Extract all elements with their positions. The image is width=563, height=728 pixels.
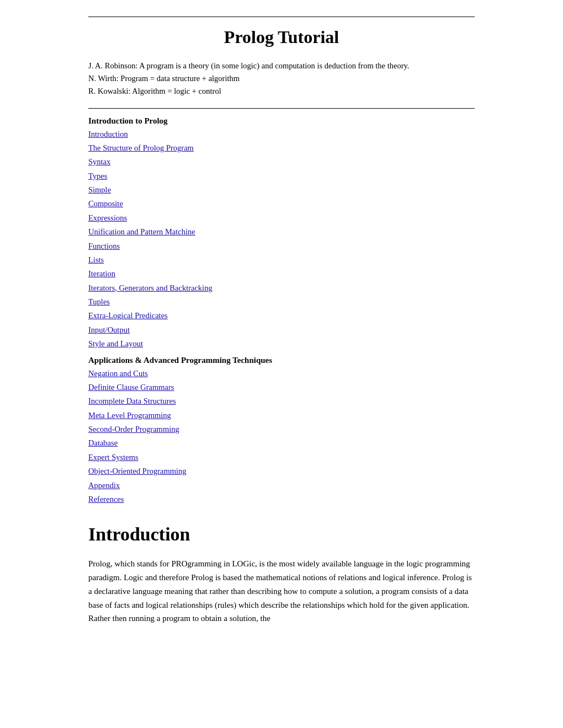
toc-link-functions[interactable]: Functions [88, 239, 475, 253]
intro-heading: Introduction [88, 524, 475, 545]
toc-link-meta[interactable]: Meta Level Programming [88, 409, 475, 422]
toc-links-section-1: Introduction The Structure of Prolog Pro… [88, 127, 475, 351]
toc-section-2: Applications & Advanced Programming Tech… [88, 356, 475, 507]
toc-section-1: Introduction to Prolog Introduction The … [88, 116, 475, 351]
toc-link-database[interactable]: Database [88, 436, 475, 450]
toc-link-references[interactable]: References [88, 493, 475, 506]
section-rule-1 [88, 108, 475, 109]
page-title: Prolog Tutorial [88, 27, 475, 47]
toc-links-section-2: Negation and Cuts Definite Clause Gramma… [88, 367, 475, 507]
quote-3: R. Kowalski: Algorithm = logic + control [88, 85, 475, 98]
page-container: Prolog Tutorial J. A. Robinson: A progra… [44, 0, 519, 659]
toc-link-dcg[interactable]: Definite Clause Grammars [88, 381, 475, 394]
toc-link-appendix[interactable]: Appendix [88, 479, 475, 493]
toc-link-iterators[interactable]: Iterators, Generators and Backtracking [88, 281, 475, 295]
toc-link-structure[interactable]: The Structure of Prolog Program [88, 141, 475, 155]
toc-section-1-header: Introduction to Prolog [88, 116, 475, 126]
toc-link-io[interactable]: Input/Output [88, 323, 475, 337]
toc-link-style[interactable]: Style and Layout [88, 337, 475, 351]
quote-block: J. A. Robinson: A program is a theory (i… [88, 60, 475, 98]
toc-link-syntax[interactable]: Syntax [88, 155, 475, 169]
toc-link-tuples[interactable]: Tuples [88, 295, 475, 309]
toc-link-unification[interactable]: Unification and Pattern Matchine [88, 225, 475, 239]
toc-link-expressions[interactable]: Expressions [88, 211, 475, 225]
toc-link-iteration[interactable]: Iteration [88, 267, 475, 281]
toc-link-simple[interactable]: Simple [88, 183, 475, 197]
toc-link-incomplete[interactable]: Incomplete Data Structures [88, 394, 475, 408]
toc-link-composite[interactable]: Composite [88, 197, 475, 211]
toc-link-oop[interactable]: Object-Oriented Programming [88, 464, 475, 478]
toc-link-expert[interactable]: Expert Systems [88, 451, 475, 464]
toc-link-types[interactable]: Types [88, 169, 475, 183]
toc-link-introduction[interactable]: Introduction [88, 127, 475, 141]
toc-link-extra-logical[interactable]: Extra-Logical Predicates [88, 309, 475, 323]
quote-1: J. A. Robinson: A program is a theory (i… [88, 60, 475, 72]
toc-link-second-order[interactable]: Second-Order Programming [88, 422, 475, 436]
top-rule [88, 17, 475, 17]
toc-link-lists[interactable]: Lists [88, 253, 475, 267]
toc-link-negation[interactable]: Negation and Cuts [88, 367, 475, 381]
intro-paragraph: Prolog, which stands for PROgramming in … [88, 557, 475, 625]
toc-section-2-header: Applications & Advanced Programming Tech… [88, 356, 475, 365]
quote-2: N. Wirth: Program = data structure + alg… [88, 72, 475, 85]
